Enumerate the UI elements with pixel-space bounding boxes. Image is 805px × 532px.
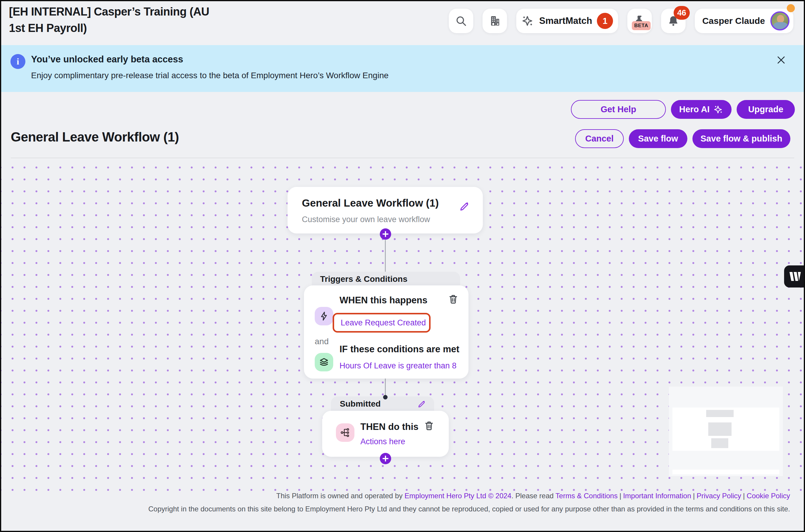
- footer: This Platform is owned and operated by E…: [103, 492, 790, 513]
- banner-subtitle: Enjoy complimentary pre-release trial ac…: [31, 71, 389, 80]
- skeleton-block: [711, 438, 728, 448]
- privacy-link[interactable]: Privacy Policy: [697, 492, 741, 500]
- smartmatch-button[interactable]: SmartMatch 1: [516, 9, 618, 33]
- org-title: [EH INTERNAL] Casper’s Training (AU 1st …: [9, 4, 224, 36]
- cookie-link[interactable]: Cookie Policy: [747, 492, 790, 500]
- footer-separator: |: [691, 492, 697, 500]
- organisation-button[interactable]: [483, 9, 507, 33]
- skeleton-block: [706, 410, 734, 417]
- skeleton-strip: [672, 470, 779, 474]
- trigger-value: Leave Request Created: [341, 318, 426, 327]
- status-dot: [787, 4, 795, 12]
- close-icon[interactable]: [776, 55, 788, 66]
- get-help-button[interactable]: Get Help: [571, 100, 666, 119]
- delete-action-trash-icon[interactable]: [424, 420, 434, 431]
- save-flow-button[interactable]: Save flow: [629, 129, 687, 148]
- avatar: [770, 11, 789, 31]
- banner-title: You’ve unlocked early beta access: [31, 54, 183, 65]
- connector-line: [385, 379, 386, 397]
- w-logo-icon: [789, 271, 801, 282]
- then-label: THEN do this: [360, 421, 419, 432]
- connector-dot: [383, 395, 388, 399]
- save-toolbar: Cancel Save flow Save flow & publish: [575, 129, 790, 148]
- upgrade-button[interactable]: Upgrade: [737, 100, 795, 119]
- branch-icon: [336, 423, 354, 442]
- stage-label: Submitted: [340, 399, 381, 409]
- info-icon: i: [11, 54, 25, 69]
- connector-line: [385, 240, 386, 272]
- footer-text: This Platform is owned and operated by: [276, 492, 405, 500]
- hero-ai-label: Hero AI: [679, 104, 709, 114]
- save-flow-publish-label: Save flow & publish: [700, 134, 782, 144]
- beta-tag: BETA: [632, 21, 651, 30]
- sparkle-icon: [521, 14, 535, 27]
- top-header: [EH INTERNAL] Casper’s Training (AU 1st …: [1, 1, 804, 45]
- beta-labs-button[interactable]: BETA: [628, 9, 652, 33]
- add-step-button-bottom[interactable]: [380, 453, 391, 464]
- actions-value[interactable]: Actions here: [360, 437, 405, 446]
- help-toolbar: Get Help Hero AI Upgrade: [571, 100, 795, 119]
- cancel-button[interactable]: Cancel: [575, 129, 624, 148]
- divider: [11, 158, 794, 158]
- sparkle-icon: [713, 104, 724, 115]
- header-actions: SmartMatch 1 BETA: [449, 9, 793, 33]
- get-help-label: Get Help: [600, 104, 636, 114]
- trigger-card: WHEN this happens Leave Request Created …: [304, 285, 468, 379]
- beta-banner: i You’ve unlocked early beta access Enjo…: [1, 45, 804, 92]
- search-button[interactable]: [449, 9, 473, 33]
- profile-button[interactable]: Casper Claude: [695, 9, 793, 33]
- edit-stage-pencil-icon[interactable]: [417, 399, 426, 409]
- workflow-header-card: General Leave Workflow (1) Customise you…: [287, 187, 483, 233]
- building-icon: [488, 15, 501, 27]
- if-conditions-label: IF these conditions are met: [339, 344, 459, 355]
- triggers-conditions-label: Triggers & Conditions: [320, 274, 407, 284]
- workflow-card-subtitle: Customise your own leave workflow: [302, 215, 430, 224]
- save-flow-label: Save flow: [638, 134, 678, 144]
- w-logo-button[interactable]: [784, 265, 805, 287]
- save-flow-publish-button[interactable]: Save flow & publish: [692, 129, 790, 148]
- action-card: THEN do this Actions here: [322, 411, 449, 457]
- search-icon: [455, 15, 467, 27]
- smartmatch-label: SmartMatch: [539, 16, 592, 26]
- when-label: WHEN this happens: [339, 295, 428, 306]
- footer-separator: |: [617, 492, 623, 500]
- loading-widget: [669, 386, 783, 476]
- page-title: General Leave Workflow (1): [11, 130, 179, 145]
- workflow-card-title: General Leave Workflow (1): [302, 197, 438, 209]
- app-window: [EH INTERNAL] Casper’s Training (AU 1st …: [0, 0, 805, 532]
- terms-link[interactable]: Terms & Conditions: [555, 492, 617, 500]
- user-name: Casper Claude: [702, 16, 765, 26]
- edit-workflow-pencil-icon[interactable]: [458, 201, 470, 212]
- lightning-icon: [315, 307, 333, 325]
- trigger-value-highlighted[interactable]: Leave Request Created: [333, 313, 431, 332]
- delete-trigger-trash-icon[interactable]: [448, 294, 458, 305]
- smartmatch-badge: 1: [597, 13, 613, 29]
- upgrade-label: Upgrade: [748, 104, 784, 114]
- footer-text: . Please read: [511, 492, 556, 500]
- cancel-label: Cancel: [585, 134, 614, 144]
- add-step-button-top[interactable]: [380, 228, 391, 240]
- copyright-text: Copyright in the documents on this site …: [103, 506, 790, 513]
- notifications-button[interactable]: 46: [661, 9, 686, 33]
- notification-count-badge: 46: [674, 6, 690, 20]
- skeleton-block: [708, 422, 732, 436]
- company-link[interactable]: Employment Hero Pty Ltd © 2024: [405, 492, 511, 500]
- and-label: and: [315, 337, 329, 346]
- important-info-link[interactable]: Important Information: [623, 492, 691, 500]
- hero-ai-button[interactable]: Hero AI: [671, 100, 732, 119]
- layers-icon: [315, 353, 333, 372]
- condition-value[interactable]: Hours Of Leave is greater than 8: [339, 361, 456, 370]
- footer-separator: |: [741, 492, 747, 500]
